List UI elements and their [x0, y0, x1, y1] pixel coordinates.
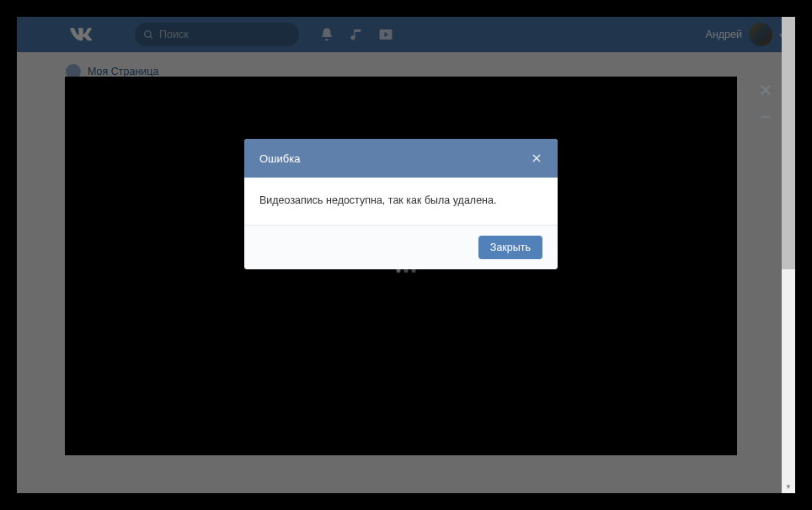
- error-dialog: Ошибка Видеозапись недоступна, так как б…: [244, 139, 558, 269]
- scroll-down-button[interactable]: ▼: [782, 480, 795, 493]
- dialog-message: Видеозапись недоступна, так как была уда…: [244, 178, 558, 226]
- dialog-title: Ошибка: [259, 152, 300, 165]
- close-icon[interactable]: [531, 152, 542, 164]
- video-close-button[interactable]: [751, 76, 780, 104]
- scrollbar[interactable]: ▲ ▼: [782, 17, 795, 493]
- video-minimize-button[interactable]: [751, 103, 780, 131]
- dialog-footer: Закрыть: [244, 226, 558, 269]
- scrollbar-thumb[interactable]: [782, 17, 795, 269]
- dialog-header: Ошибка: [244, 139, 558, 178]
- close-button[interactable]: Закрыть: [478, 236, 542, 259]
